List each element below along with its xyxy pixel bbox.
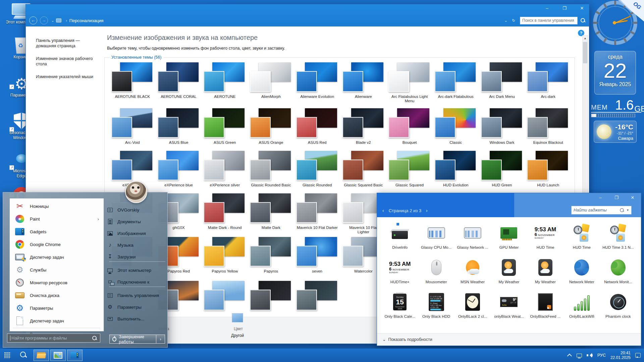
forward-button[interactable]: → xyxy=(40,16,48,24)
theme-tile[interactable]: ASUS Green xyxy=(202,108,248,151)
color-value[interactable]: Другой xyxy=(231,333,244,338)
gadget-item[interactable]: Sunday15November 2009 Only Black Cale... xyxy=(382,289,418,323)
taskbar-gadgets-button[interactable] xyxy=(67,350,83,361)
gadget-item[interactable]: Network Monit... xyxy=(600,254,636,289)
theme-tile[interactable]: HUD Launch xyxy=(525,151,571,194)
start-menu-right-item[interactable]: ♪ Музыка xyxy=(107,240,166,250)
start-menu-right-item[interactable]: Панель управления xyxy=(107,290,166,300)
previous-page-icon[interactable]: ‹ xyxy=(382,208,384,213)
start-menu-right-item[interactable]: Выполнить... xyxy=(107,314,166,324)
scrollbar-thumb[interactable] xyxy=(583,42,587,63)
theme-tile[interactable] xyxy=(202,281,248,317)
maximize-button[interactable]: ❐ xyxy=(561,6,568,11)
start-menu-right-item[interactable]: ↧ Загрузки xyxy=(107,252,166,262)
theme-tile[interactable]: seven xyxy=(294,237,340,280)
gadget-item[interactable]: GPU Meter xyxy=(491,220,527,254)
tray-overflow-icon[interactable] xyxy=(567,354,572,358)
theme-tile[interactable]: Glassic Rounded Basic xyxy=(248,151,294,194)
theme-tile[interactable]: AEROTUNE BLACK xyxy=(109,62,156,105)
gadget-item[interactable]: 9°13° / 3°Sofia onlyBlack Weat... xyxy=(491,289,527,323)
sidebar-link[interactable]: Изменение указателей мыши xyxy=(36,74,100,79)
taskbar-photos-button[interactable] xyxy=(50,350,66,361)
memory-gadget[interactable]: MEM 1.6 GB xyxy=(591,99,641,117)
start-menu-item[interactable]: Очистка диска xyxy=(12,289,102,302)
theme-tile[interactable]: Glassic Squared xyxy=(386,151,433,194)
sidebar-link[interactable]: Панель управления —домашняя страница xyxy=(36,38,100,49)
gadget-item[interactable]: 9:53 AM6 NOVEMBERSUNDAY HUDTime+ xyxy=(382,254,418,289)
gadget-item[interactable]: My Weather xyxy=(491,254,527,289)
theme-tile[interactable]: Bouquet xyxy=(386,108,433,151)
theme-tile[interactable] xyxy=(248,281,294,317)
gadget-item[interactable]: Mousometer xyxy=(418,254,454,289)
search-icon[interactable] xyxy=(580,18,586,23)
breadcrumb[interactable]: Персонализация xyxy=(69,18,104,23)
minimize-button[interactable]: – xyxy=(597,195,604,200)
shutdown-flyout-button[interactable]: › xyxy=(156,335,165,344)
start-menu-item[interactable]: ✂ Ножницы xyxy=(12,200,102,213)
theme-tile[interactable]: Windows Dark xyxy=(479,108,525,151)
gadget-item[interactable]: Glassy CPU Mo... xyxy=(418,220,454,254)
back-button[interactable]: ← xyxy=(29,16,37,24)
start-menu-item[interactable]: Gadgets xyxy=(12,225,102,238)
theme-tile[interactable]: Alienware xyxy=(340,62,387,105)
gadget-search-box[interactable]: Найти гаджеты ▼ xyxy=(571,206,632,215)
volume-icon[interactable] xyxy=(587,353,593,358)
theme-tile[interactable]: Glassic Squared Basic xyxy=(340,151,387,194)
theme-tile[interactable]: AEROTUNE CORAL xyxy=(156,62,202,105)
theme-tile[interactable]: Equinox Blackout xyxy=(525,108,571,151)
theme-tile[interactable]: Matte Dark - Round xyxy=(202,193,248,236)
theme-tile[interactable]: Papyros Yellow xyxy=(202,237,248,280)
gadget-item[interactable]: HUD Time 3.1 N... xyxy=(600,220,636,254)
start-button[interactable] xyxy=(4,352,11,359)
gadget-item[interactable]: Network Meter xyxy=(564,254,600,289)
start-menu-item[interactable]: ⚙ Параметры xyxy=(12,302,102,314)
scroll-up-icon[interactable]: ▲ xyxy=(583,36,588,41)
start-menu-item[interactable]: ⚙ Службы xyxy=(12,263,102,276)
maximize-button[interactable]: ❐ xyxy=(613,195,620,200)
start-menu-right-item[interactable]: OVGorskiy xyxy=(107,205,166,215)
theme-tile[interactable]: Arc Dark Menu xyxy=(479,62,525,105)
show-details-link[interactable]: ⌄ Показать подробности xyxy=(382,337,432,342)
history-dropdown-icon[interactable]: ⌄ xyxy=(51,19,54,22)
theme-tile[interactable]: eXPerience silver xyxy=(202,151,248,194)
chevron-down-icon[interactable]: ▼ xyxy=(626,208,629,212)
start-menu-right-item[interactable]: Документы xyxy=(107,217,166,227)
theme-tile[interactable]: Maverick 10 Flat Darker xyxy=(294,193,340,236)
language-indicator[interactable]: РУС xyxy=(597,353,606,358)
taskbar-clock[interactable]: 20:41 22.01.2025 xyxy=(610,351,631,360)
start-menu-right-item[interactable]: Изображения xyxy=(107,228,166,238)
theme-tile[interactable]: AEROTUNE xyxy=(202,62,248,105)
sidebar-link[interactable]: Изменение значков рабочегостола xyxy=(36,56,100,67)
address-dropdown-icon[interactable]: ⌄ xyxy=(504,18,507,23)
close-button[interactable]: ✕ xyxy=(578,6,586,11)
shutdown-button[interactable]: Завершение работы xyxy=(109,335,156,344)
theme-tile[interactable] xyxy=(294,281,340,317)
gadget-item[interactable]: OnlyBLackWifi xyxy=(564,289,600,323)
weather-gadget[interactable]: -16°C -11° / -21° Самара xyxy=(594,121,637,143)
theme-tile[interactable]: eXPerience blue xyxy=(156,151,202,194)
theme-tile[interactable]: Blade v2 xyxy=(340,108,387,151)
theme-tile[interactable]: HUD Green xyxy=(479,151,525,194)
theme-tile[interactable]: Arc-dark Flatabulous xyxy=(433,62,479,105)
gadget-item[interactable]: Phantom clock xyxy=(600,289,636,323)
gadget-item[interactable]: Glassy Network ... xyxy=(454,220,491,254)
gadget-item[interactable]: HUD Time xyxy=(564,220,600,254)
theme-tile[interactable]: Alienware Evolution xyxy=(294,62,340,105)
gadget-item[interactable]: OnlyBLack 2 cl... xyxy=(454,289,491,323)
user-avatar[interactable] xyxy=(125,181,147,203)
theme-tile[interactable]: AlienMorph xyxy=(248,62,294,105)
gadget-item[interactable]: My Weather xyxy=(527,254,564,289)
start-menu-item[interactable]: Монитор ресурсов xyxy=(12,276,102,289)
network-icon[interactable] xyxy=(577,354,582,357)
window-titlebar[interactable]: – ❐ ✕ ← → ⌄ › Персонализация ⌄ ↻ xyxy=(26,4,589,26)
theme-tile[interactable]: Classic xyxy=(433,108,479,151)
start-menu-item[interactable]: Paint› xyxy=(12,213,102,225)
theme-tile[interactable]: ASUS Blue xyxy=(156,108,202,151)
gadget-gallery-titlebar[interactable]: – ❐ ✕ ‹ Страница 2 из 3 › Найти гаджеты … xyxy=(377,193,641,217)
theme-tile[interactable]: Arc-Void xyxy=(109,108,156,151)
theme-tile[interactable]: Arc-dark xyxy=(525,62,571,105)
refresh-icon[interactable]: ↻ xyxy=(512,18,515,23)
gadget-item[interactable]: DriveInfo xyxy=(382,220,418,254)
minimize-button[interactable]: – xyxy=(543,6,551,11)
theme-tile[interactable]: Glassic Rounded xyxy=(294,151,340,194)
